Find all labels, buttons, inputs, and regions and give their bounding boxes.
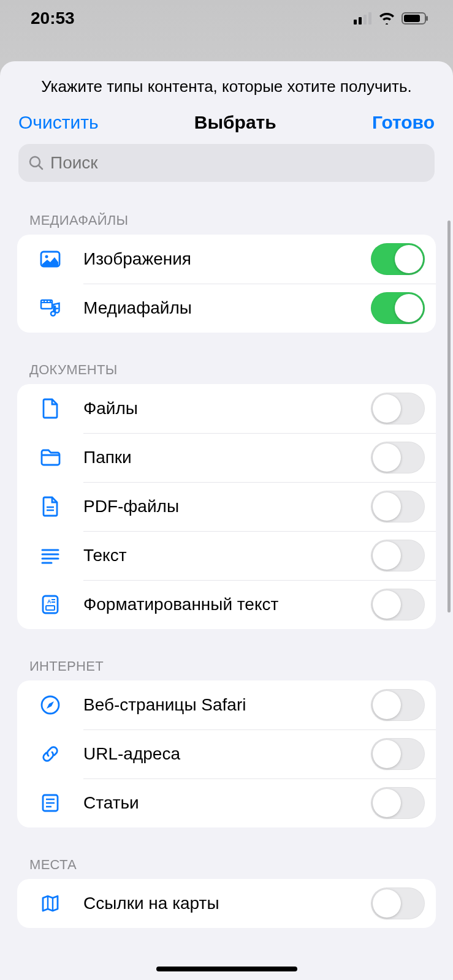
scroll-indicator — [447, 221, 451, 612]
svg-rect-5 — [404, 15, 420, 22]
svg-rect-1 — [359, 17, 362, 24]
row-safari: Веб-страницы Safari — [17, 680, 436, 729]
toggle-files[interactable] — [371, 393, 425, 424]
richtext-icon: A — [36, 594, 65, 616]
toggle-media[interactable] — [371, 292, 425, 324]
svg-rect-0 — [354, 20, 357, 24]
toggle-articles[interactable] — [371, 787, 425, 819]
content-scroll[interactable]: МЕДИАФАЙЛЫ Изображения Медиафайлы — [0, 188, 453, 980]
status-bar: 20:53 — [0, 0, 453, 37]
row-label: Ссылки на карты — [65, 894, 371, 913]
svg-rect-3 — [368, 12, 371, 24]
svg-rect-6 — [426, 16, 428, 21]
map-icon — [36, 892, 65, 914]
toggle-text[interactable] — [371, 540, 425, 571]
group-internet: Веб-страницы Safari URL-адреса Статьи — [17, 680, 436, 827]
section-header-internet: ИНТЕРНЕТ — [0, 629, 453, 680]
group-places: Ссылки на карты — [17, 879, 436, 928]
search-icon — [28, 155, 44, 171]
toggle-urls[interactable] — [371, 738, 425, 770]
group-documents: Файлы Папки PDF-файлы — [17, 384, 436, 629]
toggle-pdf[interactable] — [371, 491, 425, 522]
svg-text:A: A — [47, 598, 51, 605]
text-lines-icon — [36, 545, 65, 567]
search-input[interactable] — [50, 153, 425, 173]
wifi-icon — [378, 12, 395, 24]
row-label: Текст — [65, 546, 371, 565]
cell-signal-icon — [354, 12, 372, 24]
row-label: Медиафайлы — [65, 298, 371, 318]
toggle-maplinks[interactable] — [371, 888, 425, 919]
home-indicator[interactable] — [156, 967, 297, 971]
toggle-richtext[interactable] — [371, 589, 425, 620]
row-media: Медиафайлы — [17, 284, 436, 333]
nav-bar: Очистить Выбрать Готово — [0, 105, 453, 144]
row-articles: Статьи — [17, 778, 436, 827]
article-icon — [36, 792, 65, 814]
sheet-subtitle: Укажите типы контента, которые хотите по… — [0, 61, 453, 105]
media-icon — [36, 297, 65, 319]
status-time: 20:53 — [31, 9, 75, 28]
clear-button[interactable]: Очистить — [18, 112, 99, 133]
nav-title: Выбрать — [194, 112, 276, 133]
row-label: Папки — [65, 448, 371, 467]
row-richtext: A Форматированный текст — [17, 580, 436, 629]
row-urls: URL-адреса — [17, 729, 436, 778]
row-label: URL-адреса — [65, 744, 371, 764]
row-label: Форматированный текст — [65, 595, 371, 614]
svg-rect-2 — [364, 15, 367, 24]
folder-icon — [36, 447, 65, 469]
search-field[interactable] — [18, 144, 435, 182]
battery-icon — [402, 12, 428, 24]
photo-icon — [36, 248, 65, 270]
done-button[interactable]: Готово — [372, 112, 435, 133]
pdf-icon — [36, 496, 65, 518]
row-images: Изображения — [17, 235, 436, 284]
row-label: Изображения — [65, 249, 371, 269]
section-header-places: МЕСТА — [0, 827, 453, 879]
row-text: Текст — [17, 531, 436, 580]
row-label: PDF-файлы — [65, 497, 371, 516]
row-label: Файлы — [65, 399, 371, 418]
svg-point-10 — [45, 255, 48, 258]
section-header-documents: ДОКУМЕНТЫ — [0, 333, 453, 384]
toggle-folders[interactable] — [371, 442, 425, 473]
svg-rect-23 — [46, 606, 55, 610]
toggle-safari[interactable] — [371, 689, 425, 721]
file-icon — [36, 398, 65, 420]
row-pdf: PDF-файлы — [17, 482, 436, 531]
svg-line-8 — [39, 165, 42, 169]
link-icon — [36, 743, 65, 765]
row-folders: Папки — [17, 433, 436, 482]
toggle-images[interactable] — [371, 243, 425, 275]
row-label: Статьи — [65, 793, 371, 813]
status-indicators — [354, 12, 428, 24]
row-files: Файлы — [17, 384, 436, 433]
group-media: Изображения Медиафайлы — [17, 235, 436, 333]
row-label: Веб-страницы Safari — [65, 695, 371, 715]
action-sheet: Укажите типы контента, которые хотите по… — [0, 61, 453, 980]
section-header-media: МЕДИАФАЙЛЫ — [0, 188, 453, 235]
row-maplinks: Ссылки на карты — [17, 879, 436, 928]
safari-icon — [36, 694, 65, 716]
